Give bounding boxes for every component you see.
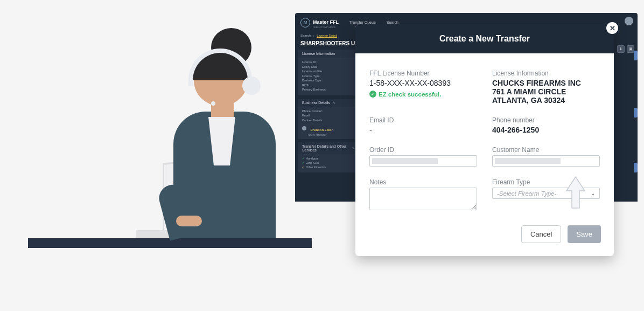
detail-row: License on File: xyxy=(302,70,355,73)
detail-row: RDS: xyxy=(302,84,355,87)
chevron-down-icon: ⌄ xyxy=(591,190,595,196)
customer-name-field: Customer Name xyxy=(492,146,600,167)
toolbar-icons: ⬇ ▣ xyxy=(617,45,634,53)
license-info-label: License Information xyxy=(492,70,600,77)
license-info-section: License Information License ID: Expiry D… xyxy=(298,50,359,95)
detail-row: Primary Business: xyxy=(302,88,355,91)
download-icon[interactable]: ⬇ xyxy=(617,45,625,53)
illustration-agent xyxy=(28,24,312,248)
panel-edge xyxy=(634,108,638,118)
detail-row: Business Type: xyxy=(302,79,355,82)
email-value: - xyxy=(369,126,477,134)
transfer-details-header: Transfer Details and Other Services ✎ xyxy=(298,142,359,154)
nav-transfer-queue[interactable]: Transfer Queue xyxy=(349,20,376,24)
save-icon[interactable]: ▣ xyxy=(627,45,634,53)
notes-label: Notes xyxy=(369,178,477,186)
transfer-item: ✓Long Gun xyxy=(302,161,355,164)
transfer-item: ◇Other Firearms xyxy=(302,165,355,169)
close-icon[interactable]: ✕ xyxy=(605,21,619,35)
ffl-section: FFL License Number 1-58-XXX-XX-XX-08393 … xyxy=(369,70,477,105)
logo-icon: M xyxy=(300,18,310,27)
phone-label: Phone number xyxy=(492,116,600,124)
business-details-header: Business Details ✎ xyxy=(298,99,359,107)
brand-name: Master FFL xyxy=(313,19,339,25)
save-button[interactable]: Save xyxy=(568,225,601,243)
company-name: SHARPSHOOTERS USA xyxy=(300,40,362,46)
order-id-input[interactable] xyxy=(369,155,477,167)
firearm-type-placeholder: -Select Firearm Type- xyxy=(497,190,556,197)
check-icon: ✓ xyxy=(302,161,304,164)
email-section: Email ID - xyxy=(369,116,477,134)
firearm-type-label: Firearm Type xyxy=(492,178,600,186)
email-label: Email ID xyxy=(369,116,477,124)
phone-value: 404-266-1250 xyxy=(492,126,600,134)
contact-role: Store Manager xyxy=(309,133,355,136)
detail-row: Email: xyxy=(302,114,355,117)
detail-row: Contact Details: xyxy=(302,119,355,122)
transfer-details-section: Transfer Details and Other Services ✎ ✓H… xyxy=(298,142,359,172)
warning-icon: ◇ xyxy=(302,165,304,169)
business-details-section: Business Details ✎ Phone Number: Email: … xyxy=(298,99,359,139)
edit-icon[interactable]: ✎ xyxy=(352,146,355,150)
brand-logo: M Master FFL DEALERCOMPLIANCE xyxy=(300,16,339,29)
modal-title: Create a New Transfer xyxy=(439,34,530,43)
order-id-field: Order ID xyxy=(369,146,477,167)
contact-name: Brandon Eaton xyxy=(310,128,333,132)
customer-name-label: Customer Name xyxy=(492,146,600,154)
panel-edge xyxy=(634,163,638,172)
order-id-label: Order ID xyxy=(369,146,477,154)
license-addr1: 761 A MIAMI CIRCLE xyxy=(492,87,600,96)
modal-header: Create a New Transfer ✕ xyxy=(355,24,614,53)
success-icon: ✓ xyxy=(369,91,376,98)
detail-row: Phone Number: xyxy=(302,109,355,113)
notes-input[interactable] xyxy=(369,188,477,210)
check-icon: ✓ xyxy=(302,157,304,160)
notes-field: Notes xyxy=(369,178,477,212)
firearm-type-field: Firearm Type -Select Firearm Type- ⌄ xyxy=(492,178,600,212)
license-name: CHUCKS FIREARMS INC xyxy=(492,79,600,87)
modal-footer: Cancel Save xyxy=(355,223,614,256)
detail-row: Expiry Date: xyxy=(302,65,355,68)
ez-check-status: ✓ EZ check successful. xyxy=(369,91,477,98)
user-avatar[interactable] xyxy=(625,17,633,25)
avatar-icon xyxy=(302,126,306,130)
breadcrumb-current[interactable]: License Detail xyxy=(317,34,337,37)
edit-icon[interactable]: ✎ xyxy=(333,101,335,105)
license-addr2: ATLANTA, GA 30324 xyxy=(492,96,600,105)
nav-search[interactable]: Search xyxy=(387,20,398,24)
ffl-label: FFL License Number xyxy=(369,70,477,77)
detail-row: License Type: xyxy=(302,74,355,78)
license-info-header: License Information xyxy=(298,50,359,58)
breadcrumb-root[interactable]: Search xyxy=(300,34,311,37)
phone-section: Phone number 404-266-1250 xyxy=(492,116,600,134)
license-info-section: License Information CHUCKS FIREARMS INC … xyxy=(492,70,600,105)
detail-row: License ID: xyxy=(302,60,355,64)
cancel-button[interactable]: Cancel xyxy=(521,225,561,243)
customer-name-input[interactable] xyxy=(492,155,600,167)
create-transfer-modal: Create a New Transfer ✕ FFL License Numb… xyxy=(355,24,614,256)
panel-edge xyxy=(634,51,638,60)
brand-sub: DEALERCOMPLIANCE xyxy=(313,26,339,29)
ffl-value: 1-58-XXX-XX-XX-08393 xyxy=(369,79,477,87)
firearm-type-select[interactable]: -Select Firearm Type- ⌄ xyxy=(492,188,600,199)
transfer-item: ✓Handgun xyxy=(302,157,355,160)
